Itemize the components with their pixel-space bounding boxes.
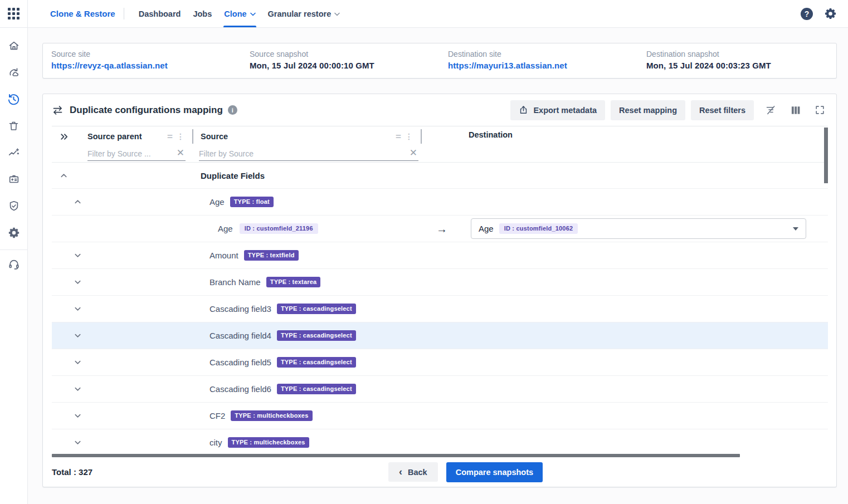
vertical-scrollbar[interactable] (824, 128, 828, 183)
topbar-actions: ? (801, 0, 848, 27)
expand-row-icon[interactable] (74, 278, 82, 286)
nav-dashboard[interactable]: Dashboard (133, 0, 187, 27)
field-type-badge: TYPE : cascadingselect (277, 304, 356, 314)
column-filter-icon[interactable]: = (396, 132, 401, 141)
primary-nav: Clone & Restore Dashboard Jobs Clone Gra… (50, 0, 346, 27)
destination-field-name: Age (479, 224, 494, 233)
analytics-icon[interactable] (0, 139, 28, 166)
footer-buttons: ‹ Back Compare snapshots (388, 462, 543, 482)
nav-divider (124, 8, 124, 19)
clear-filter-icon[interactable]: ✕ (174, 148, 186, 159)
expand-row-icon[interactable] (74, 438, 82, 447)
column-resize-handle[interactable] (192, 129, 193, 144)
collapse-row-icon[interactable] (74, 198, 82, 206)
source-parent-filter-input[interactable] (87, 149, 174, 158)
clear-filter-icon[interactable]: ✕ (407, 148, 418, 159)
field-row: AmountTYPE : textfield (52, 242, 828, 269)
table-header: Source parent = ⋮ Source = ⋮ (52, 126, 828, 163)
field-type-badge: TYPE : cascadingselect (277, 384, 356, 394)
columns-icon[interactable] (788, 102, 803, 118)
panel-header: Duplicate configurations mapping i Expor… (43, 94, 836, 126)
column-filter-icon[interactable]: = (167, 132, 173, 141)
license-badge-icon[interactable] (0, 166, 28, 193)
back-button[interactable]: ‹ Back (388, 462, 438, 482)
compare-snapshots-button[interactable]: Compare snapshots (446, 462, 543, 482)
column-menu-icon[interactable]: ⋮ (177, 133, 184, 140)
export-metadata-button[interactable]: Export metadata (510, 100, 605, 120)
filter-off-icon[interactable] (763, 102, 779, 118)
home-icon[interactable] (0, 32, 28, 59)
fullscreen-icon[interactable] (812, 102, 827, 118)
field-type-badge: TYPE : cascadingselect (277, 357, 356, 368)
field-name: Branch Name (209, 277, 261, 287)
info-icon[interactable]: i (228, 105, 237, 115)
support-headset-icon[interactable] (0, 251, 28, 278)
column-header-source-parent: Source parent (87, 132, 142, 141)
destination-site-link[interactable]: https://mayuri13.atlassian.net (448, 61, 638, 70)
collapse-group-icon[interactable] (60, 172, 68, 180)
source-snapshot-label: Source snapshot (250, 50, 440, 58)
field-row: Branch NameTYPE : textarea (52, 269, 828, 296)
settings-gear-icon[interactable] (824, 7, 837, 20)
expand-row-icon[interactable] (74, 305, 82, 313)
select-caret-icon (793, 227, 798, 231)
top-navigation-bar: Clone & Restore Dashboard Jobs Clone Gra… (0, 0, 848, 28)
expand-row-icon[interactable] (74, 358, 82, 366)
grid-icon (8, 8, 20, 19)
mapping-row: AgeID : customfield_21196→AgeID : custom… (52, 216, 828, 242)
field-row: Cascading field3TYPE : cascadingselect (52, 296, 828, 322)
snapshot-info-bar: Source site https://revyz-qa.atlassian.n… (42, 43, 837, 79)
reset-mapping-button[interactable]: Reset mapping (611, 100, 685, 120)
source-snapshot-block: Source snapshot Mon, 15 Jul 2024 00:00:1… (241, 43, 440, 78)
trash-icon[interactable] (0, 112, 28, 139)
nav-jobs[interactable]: Jobs (187, 0, 218, 27)
group-row-duplicate-fields: Duplicate Fields (52, 163, 828, 189)
field-type-badge: TYPE : multicheckboxes (228, 437, 309, 448)
expand-row-icon[interactable] (74, 251, 82, 260)
expand-all-icon[interactable] (52, 126, 87, 146)
chevron-left-icon: ‹ (399, 467, 402, 477)
field-name: Cascading field6 (209, 384, 271, 394)
clone-cloud-icon[interactable] (0, 59, 28, 86)
help-icon[interactable]: ? (801, 8, 813, 20)
duplicate-configurations-panel: Duplicate configurations mapping i Expor… (42, 94, 837, 487)
field-row: Cascading field5TYPE : cascadingselect (52, 349, 828, 376)
expand-row-icon[interactable] (74, 331, 82, 340)
field-row: AgeTYPE : float (52, 189, 828, 216)
security-shield-icon[interactable] (0, 193, 28, 219)
restore-history-icon[interactable] (0, 86, 28, 112)
column-header-source: Source (201, 132, 228, 141)
field-type-badge: TYPE : multicheckboxes (231, 410, 312, 421)
mapping-table: Source parent = ⋮ Source = ⋮ (52, 126, 828, 454)
field-name: city (209, 438, 222, 447)
nav-granular-restore[interactable]: Granular restore (262, 0, 347, 27)
source-site-link[interactable]: https://revyz-qa.atlassian.net (51, 61, 241, 70)
destination-id-badge: ID : customfield_10062 (499, 223, 578, 234)
mapping-source-name: Age (218, 224, 233, 233)
column-resize-handle[interactable] (421, 129, 422, 144)
source-filter-input[interactable] (199, 149, 407, 158)
sidebar-divider (0, 249, 28, 250)
source-site-block: Source site https://revyz-qa.atlassian.n… (43, 43, 241, 78)
main-content: Source site https://revyz-qa.atlassian.n… (28, 28, 848, 487)
field-type-badge: TYPE : float (230, 197, 274, 207)
field-name: Cascading field3 (209, 304, 271, 314)
app-switcher-icon[interactable] (0, 0, 28, 27)
app-title-link[interactable]: Clone & Restore (50, 0, 115, 27)
expand-row-icon[interactable] (74, 412, 82, 420)
export-icon (519, 105, 528, 115)
mapping-arrow-icon: → (436, 223, 447, 234)
source-snapshot-value: Mon, 15 Jul 2024 00:00:10 GMT (250, 61, 440, 70)
destination-snapshot-value: Mon, 15 Jul 2024 00:03:23 GMT (646, 61, 836, 70)
settings-icon[interactable] (0, 219, 28, 246)
field-type-badge: TYPE : cascadingselect (277, 330, 356, 341)
reset-filters-button[interactable]: Reset filters (691, 100, 754, 120)
destination-field-select[interactable]: AgeID : customfield_10062 (471, 218, 806, 239)
table-body: AgeTYPE : floatAgeID : customfield_21196… (52, 189, 828, 454)
nav-clone[interactable]: Clone (218, 0, 261, 27)
expand-row-icon[interactable] (74, 385, 82, 393)
field-name: Age (209, 197, 225, 207)
field-row: CF2TYPE : multicheckboxes (52, 403, 828, 429)
total-count: Total : 327 (52, 467, 92, 477)
column-menu-icon[interactable]: ⋮ (405, 133, 413, 140)
